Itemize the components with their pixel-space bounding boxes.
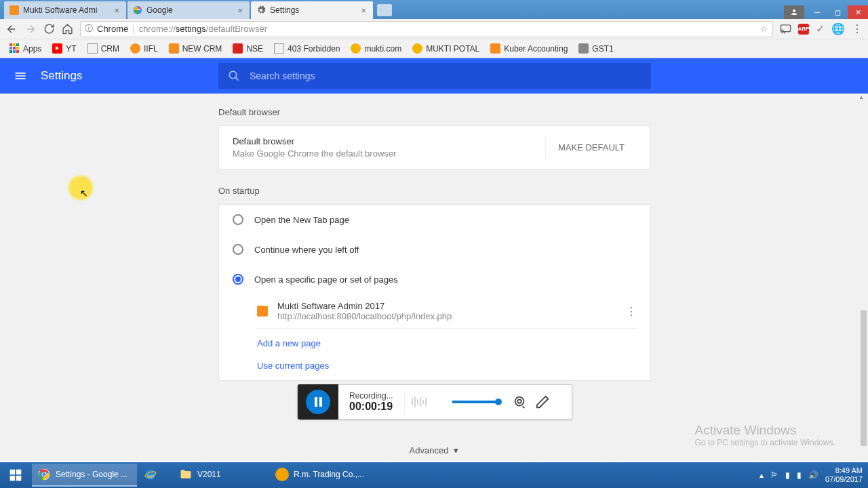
task-label: Settings - Google ... <box>56 470 127 479</box>
bookmark-potal[interactable]: MUKTI POTAL <box>408 41 484 56</box>
back-button[interactable] <box>5 23 18 35</box>
info-icon: ⓘ <box>85 23 93 35</box>
folder-icon <box>179 468 193 481</box>
bookmark-kuber[interactable]: Kuber Accounting <box>486 41 572 56</box>
menu-button[interactable]: ⋮ <box>852 22 863 35</box>
bookmark-mukti[interactable]: mukti.com <box>347 41 406 56</box>
screen-recorder[interactable]: Recording... 00:00:19 <box>297 384 572 420</box>
taskbar-ie[interactable] <box>138 464 172 487</box>
tab-label: Settings <box>270 5 355 15</box>
file-icon <box>274 43 284 54</box>
bookmarks-bar: Apps YT CRM IIFL NEW CRM NSE 403 Forbidd… <box>0 39 868 58</box>
default-browser-subtitle: Make Google Chrome the default browser <box>233 148 545 159</box>
abp-icon[interactable]: ABP <box>798 24 809 35</box>
menu-icon[interactable] <box>14 69 27 83</box>
new-tab-button[interactable] <box>377 4 392 16</box>
bookmark-crm[interactable]: CRM <box>83 41 123 56</box>
chevron-down-icon: ▾ <box>454 445 458 455</box>
svg-point-3 <box>229 71 237 79</box>
bookmark-yt[interactable]: YT <box>48 41 80 56</box>
tab-label: Google <box>146 5 232 15</box>
bookmark-gst[interactable]: GST1 <box>574 41 617 56</box>
use-current-link[interactable]: Use current pages <box>257 358 650 380</box>
youtube-icon <box>52 43 62 54</box>
check-icon[interactable]: ✓ <box>816 22 825 35</box>
radio-label: Continue where you left off <box>254 245 359 255</box>
tab-mukti[interactable]: Mukti Software Admi × <box>4 1 126 19</box>
pause-button[interactable] <box>306 390 330 414</box>
battery-icon[interactable]: ▮ <box>785 470 790 480</box>
browser-tabs: Mukti Software Admi × Google × Settings … <box>4 1 392 19</box>
close-icon[interactable]: × <box>236 5 244 16</box>
volume-slider[interactable] <box>452 401 500 403</box>
star-icon[interactable]: ☆ <box>760 24 768 34</box>
startup-option-newtab[interactable]: Open the New Tab page <box>219 205 650 235</box>
close-icon[interactable]: × <box>359 5 368 16</box>
search-input[interactable]: Search settings <box>218 63 651 89</box>
url-origin: Chrome <box>97 24 128 34</box>
window-controls: ─ ◻ ✕ <box>784 5 868 19</box>
radio-icon <box>233 214 243 225</box>
page-title: Settings <box>41 69 82 83</box>
mukti-icon <box>412 43 422 54</box>
close-button[interactable]: ✕ <box>848 5 868 19</box>
page-url: http://localhost:8080/localboot/php/inde… <box>277 311 616 321</box>
tab-google[interactable]: Google × <box>127 1 250 19</box>
webcam-button[interactable] <box>512 394 527 409</box>
radio-label: Open a specific page or set of pages <box>254 274 398 285</box>
chrome-icon <box>37 468 51 481</box>
close-icon[interactable]: × <box>113 5 121 16</box>
annotate-button[interactable] <box>535 394 550 409</box>
flag-icon[interactable]: 🏳 <box>770 470 778 480</box>
taskbar-folder[interactable]: V2011 <box>174 464 269 487</box>
taskbar-chrome[interactable]: Settings - Google ... <box>32 464 137 487</box>
radio-icon <box>233 244 243 255</box>
home-button[interactable] <box>62 23 73 35</box>
scrollbar[interactable] <box>859 94 868 461</box>
add-page-link[interactable]: Add a new page <box>257 329 650 358</box>
bookmark-403[interactable]: 403 Forbidden <box>270 41 344 56</box>
bookmark-nse[interactable]: NSE <box>229 41 267 56</box>
activation-watermark: Activate Windows Go to PC settings to ac… <box>695 423 835 447</box>
section-heading-startup: On startup <box>218 186 651 196</box>
startup-option-specific[interactable]: Open a specific page or set of pages <box>219 264 650 294</box>
recorder-pause-area <box>298 384 338 420</box>
network-icon[interactable]: ▮ <box>797 470 802 480</box>
reload-button[interactable] <box>43 23 55 35</box>
advanced-toggle[interactable]: Advanced ▾ <box>410 445 459 455</box>
apps-icon <box>9 43 20 54</box>
bookmark-newcrm[interactable]: NEW CRM <box>165 41 226 56</box>
radio-icon-selected <box>233 274 243 285</box>
start-button[interactable] <box>0 462 31 488</box>
more-button[interactable]: ⋮ <box>626 305 637 318</box>
settings-header: Settings Search settings <box>0 58 868 94</box>
user-button[interactable] <box>784 5 804 19</box>
iifl-icon <box>130 43 140 54</box>
xampp-icon <box>169 43 179 54</box>
radio-label: Open the New Tab page <box>254 215 349 225</box>
bookmark-apps[interactable]: Apps <box>5 41 45 56</box>
startup-option-continue[interactable]: Continue where you left off <box>219 235 650 264</box>
tray-up-icon[interactable]: ▴ <box>760 470 764 480</box>
url-input[interactable]: ⓘ Chrome | chrome://settings/defaultBrow… <box>80 21 773 37</box>
maximize-button[interactable]: ◻ <box>827 5 848 19</box>
bookmark-iifl[interactable]: IIFL <box>126 41 162 56</box>
volume-icon[interactable]: 🔊 <box>808 470 818 480</box>
globe-icon[interactable]: 🌐 <box>831 22 845 35</box>
address-bar: ⓘ Chrome | chrome://settings/defaultBrow… <box>0 19 868 39</box>
cast-icon[interactable] <box>780 23 791 35</box>
tab-label: Mukti Software Admi <box>23 5 108 15</box>
taskbar-rm[interactable]: R.m. Trading Co.,... <box>270 464 372 487</box>
tab-settings[interactable]: Settings × <box>251 1 373 19</box>
ie-icon <box>144 468 157 481</box>
waveform-icon <box>412 394 446 410</box>
forward-button[interactable] <box>24 23 37 35</box>
minimize-button[interactable]: ─ <box>807 5 827 19</box>
clock[interactable]: 8:49 AM 07/09/2017 <box>825 466 863 484</box>
recorder-time: 00:00:19 <box>349 401 393 413</box>
mukti-icon <box>351 43 361 54</box>
svg-rect-8 <box>10 476 16 481</box>
svg-rect-6 <box>10 470 16 475</box>
make-default-button[interactable]: MAKE DEFAULT <box>545 136 637 159</box>
window-titlebar: Mukti Software Admi × Google × Settings … <box>0 0 868 19</box>
